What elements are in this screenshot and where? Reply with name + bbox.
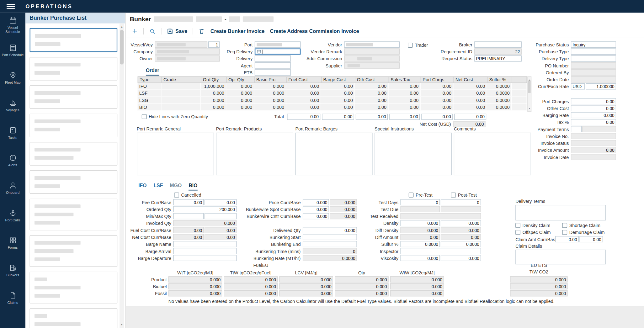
purchase-list-item[interactable]	[29, 199, 117, 230]
sidebar-item-alerts[interactable]: Alerts	[0, 150, 25, 178]
offspec-claim-checkbox[interactable]: Offspec Claim	[515, 230, 562, 235]
sidebar-item-onboard[interactable]: Onboard	[0, 178, 25, 205]
sulfur-field-1[interactable]: 0.0000	[401, 241, 440, 247]
order-col-barge-cost[interactable]: Barge Cost	[322, 77, 355, 82]
claim-amt-curr-field[interactable]: 0.00	[555, 236, 579, 242]
ttw-co2-biofuel-field[interactable]: 0.000	[510, 283, 567, 289]
scroll-thumb[interactable]	[120, 30, 124, 65]
viscosity-field-2[interactable]: 0.000	[441, 255, 481, 261]
scroll-thumb[interactable]	[528, 81, 531, 93]
fueleu-product-field-3[interactable]: 0.000	[279, 276, 333, 283]
scroll-up-icon[interactable]: ▲	[120, 24, 124, 29]
pre-test-checkbox[interactable]: Pre-Test	[409, 193, 433, 198]
remark-textarea[interactable]	[216, 133, 293, 175]
demurrage-claim-checkbox[interactable]: Demurrage Claim	[562, 230, 604, 235]
test-due-field-2[interactable]	[441, 206, 481, 212]
fuel-cost-curr-base-field-1[interactable]: 0.00	[173, 227, 204, 233]
req-delivery-field[interactable]	[255, 48, 301, 55]
ttw-co2-product-field[interactable]: 0.000	[510, 276, 567, 283]
purchase-list-item[interactable]	[29, 170, 117, 194]
sidebar-item-forms[interactable]: Forms	[0, 233, 25, 260]
create-address-commission-invoice-button[interactable]: Create Address Commission Invoice	[270, 28, 359, 34]
hide-zero-checkbox[interactable]: Hide Lines with Zero Quantity	[142, 114, 208, 119]
fueleu-fossil-field-5[interactable]: 0.000	[390, 290, 444, 297]
add-button[interactable]	[131, 28, 138, 34]
min-max-qty-field-1[interactable]	[173, 213, 204, 220]
barge-departure-field[interactable]	[173, 255, 237, 261]
density-claim-checkbox[interactable]: Density Claim	[515, 223, 562, 228]
fueleu-fossil-field-1[interactable]: 0.000	[168, 290, 222, 297]
post-test-checkbox[interactable]: Post-Test	[451, 193, 477, 198]
fueleu-fossil-field-2[interactable]: 0.000	[224, 290, 278, 297]
test-days-field-2[interactable]: 0	[441, 199, 481, 205]
remark-textarea[interactable]	[295, 133, 372, 175]
order-col-grade[interactable]: Grade	[162, 77, 201, 82]
trader-checkbox[interactable]: Trader	[408, 43, 428, 48]
tax-field[interactable]: 0.00	[571, 119, 616, 125]
diff-amount-field-1[interactable]: 0.00	[401, 234, 440, 240]
bunkerwire-spot-curr-base-field-1[interactable]: 0.000	[303, 206, 329, 212]
shortage-claim-checkbox[interactable]: Shortage Claim	[562, 223, 600, 228]
density-field-2[interactable]: 0.000	[441, 220, 481, 226]
tab-order[interactable]: Order	[146, 68, 159, 76]
vessel-voy-field-2[interactable]: 1	[208, 41, 220, 48]
menu-icon[interactable]	[7, 4, 15, 9]
list-scrollbar[interactable]: ▲ ▼	[120, 24, 124, 328]
fuel-tab-bio[interactable]: BIO	[189, 183, 197, 191]
fueleu-biofuel-field-5[interactable]: 0.000	[390, 283, 444, 289]
delivery-terms-textarea[interactable]	[515, 205, 606, 220]
claim-amt-base-field[interactable]: 0.00	[579, 236, 603, 242]
ordered-by-field[interactable]	[571, 69, 616, 76]
test-due-field-1[interactable]	[401, 206, 440, 212]
purchase-list-item[interactable]	[29, 114, 117, 137]
ordered-qty-field[interactable]: 200.000	[173, 206, 237, 212]
etb-field[interactable]	[255, 69, 291, 76]
table-scrollbar[interactable]: ▲ ▼	[527, 77, 531, 112]
sidebar-item-claims[interactable]: Claims	[0, 288, 25, 315]
save-button[interactable]: Save	[167, 28, 188, 34]
purchase-list-item[interactable]	[29, 57, 117, 81]
sidebar-item-port-calls[interactable]: Port Calls	[0, 205, 25, 233]
total-field-5[interactable]: 0.00	[421, 114, 453, 120]
order-row-lsf[interactable]: LSF0.0000.0000.0000.000.000.000.000.000.…	[138, 90, 527, 97]
company-field[interactable]	[155, 48, 220, 55]
bunkering-time-mins-field[interactable]: 0	[303, 248, 357, 254]
order-col-sulfur[interactable]: Sulfur %	[487, 77, 512, 82]
order-col-type[interactable]: Type	[138, 77, 162, 82]
fueleu-product-field-1[interactable]: 0.000	[168, 276, 222, 283]
total-field-2[interactable]: 0.00	[322, 114, 354, 120]
remark-textarea[interactable]	[375, 133, 452, 175]
requirement-id-field[interactable]: 22	[474, 48, 522, 55]
fueleu-product-field-5[interactable]: 0.000	[390, 276, 444, 283]
order-col-sales-tax[interactable]: Sales Tax	[389, 77, 421, 82]
price-curr-base-field-2[interactable]: 0.000	[330, 199, 357, 205]
order-col-oth-cost[interactable]: Oth Cost	[355, 77, 389, 82]
barge-name-field[interactable]	[173, 241, 237, 247]
order-col-fuel-cost[interactable]: Fuel Cost	[287, 77, 322, 82]
purchase-list-item[interactable]	[29, 142, 117, 166]
request-status-field[interactable]: PRELIMINARY	[474, 56, 522, 62]
total-field-1[interactable]: 0.00	[287, 114, 320, 120]
fueleu-product-field-2[interactable]: 0.000	[224, 276, 278, 283]
order-row-bio[interactable]: BIO0.0000.0000.0000.000.000.000.000.000.…	[138, 104, 527, 111]
net-cost-curr-base-field-2[interactable]: 0.00	[205, 234, 237, 240]
price-curr-base-field-1[interactable]: 0.000	[303, 199, 329, 205]
port-charges-field[interactable]: 0.00	[571, 98, 616, 104]
payment-terms-field-1[interactable]	[571, 126, 582, 132]
vessel-voy-field-1[interactable]	[155, 41, 208, 48]
total-field-3[interactable]: 0.00	[356, 114, 388, 120]
sidebar-item-voyages[interactable]: Voyages	[0, 95, 25, 123]
sidebar-item-bunkers[interactable]: Bunkers	[0, 260, 25, 288]
total-field-4[interactable]: 0.00	[389, 114, 420, 120]
bunkering-end-field[interactable]	[303, 241, 357, 247]
port-field[interactable]	[255, 41, 301, 48]
delete-button[interactable]	[199, 28, 205, 34]
test-days-field-1[interactable]: 0	[401, 199, 440, 205]
density-field-1[interactable]: 0.000	[401, 220, 440, 226]
search-button[interactable]	[149, 28, 156, 34]
delivery-type-field[interactable]	[571, 56, 616, 62]
bunkerwire-cntr-curr-base-field-2[interactable]: 0.000	[330, 213, 357, 220]
sulfur-field-2[interactable]: 0.0000	[441, 241, 481, 247]
purchase-list-item[interactable]	[29, 272, 117, 304]
sidebar-item-tasks[interactable]: Tasks	[0, 123, 25, 150]
